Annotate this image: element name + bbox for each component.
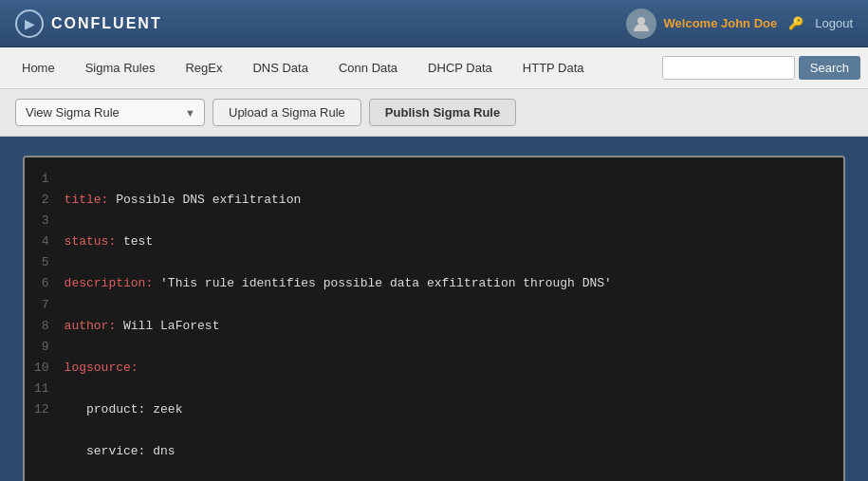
- code-editor[interactable]: title: Possible DNS exfiltration status:…: [57, 157, 843, 481]
- toolbar: View Sigma Rule ▼ Upload a Sigma Rule Pu…: [0, 89, 868, 137]
- nav-home[interactable]: Home: [8, 52, 69, 83]
- line-num: 3: [34, 211, 49, 231]
- header: ▶ CONFLUENT Welcome John Doe 🔑 Logout: [0, 0, 868, 47]
- code-area: 1 2 3 4 5 6 7 8 9 10 11 12 title: Possib…: [25, 157, 843, 481]
- code-line-4: author: Will LaForest: [65, 316, 832, 337]
- publish-sigma-rule-button[interactable]: Publish Sigma Rule: [369, 99, 516, 126]
- navbar: Home Sigma Rules RegEx DNS Data Conn Dat…: [0, 47, 868, 89]
- line-num: 8: [34, 316, 49, 337]
- logo-text: CONFLUENT: [51, 15, 162, 32]
- logout-button[interactable]: Logout: [815, 16, 853, 30]
- main-content: 1 2 3 4 5 6 7 8 9 10 11 12 title: Possib…: [0, 137, 868, 481]
- nav-dhcp-data[interactable]: DHCP Data: [414, 52, 507, 83]
- line-num: 11: [34, 379, 49, 399]
- line-num: 7: [34, 295, 49, 316]
- separator: 🔑: [788, 16, 803, 30]
- line-num: 9: [34, 337, 49, 358]
- code-line-7: service: dns: [65, 441, 832, 462]
- nav-sigma-rules[interactable]: Sigma Rules: [71, 52, 170, 83]
- code-line-3: description: 'This rule identifies possi…: [65, 273, 832, 294]
- view-select-wrapper: View Sigma Rule ▼: [15, 99, 205, 126]
- upload-sigma-rule-button[interactable]: Upload a Sigma Rule: [212, 99, 361, 126]
- user-area: Welcome John Doe 🔑 Logout: [626, 9, 853, 39]
- nav-conn-data[interactable]: Conn Data: [324, 52, 412, 83]
- search-area: Search: [662, 56, 860, 80]
- search-button[interactable]: Search: [799, 56, 860, 80]
- line-num: 6: [34, 273, 49, 294]
- nav-http-data[interactable]: HTTP Data: [508, 52, 599, 83]
- line-num: 10: [34, 358, 49, 379]
- line-numbers: 1 2 3 4 5 6 7 8 9 10 11 12: [25, 157, 57, 481]
- code-panel: 1 2 3 4 5 6 7 8 9 10 11 12 title: Possib…: [23, 156, 845, 481]
- code-line-1: title: Possible DNS exfiltration: [65, 190, 832, 211]
- username-label: John Doe: [721, 16, 777, 30]
- line-num: 5: [34, 252, 49, 273]
- logo-icon: ▶: [15, 9, 44, 38]
- nav-dns-data[interactable]: DNS Data: [238, 52, 323, 83]
- code-line-6: product: zeek: [65, 399, 832, 420]
- code-line-5: logsource:: [65, 358, 832, 379]
- line-num: 12: [34, 399, 49, 420]
- view-select[interactable]: View Sigma Rule: [15, 99, 205, 126]
- avatar: [626, 9, 656, 39]
- line-num: 4: [34, 231, 49, 252]
- nav-regex[interactable]: RegEx: [171, 52, 236, 83]
- svg-point-0: [637, 17, 645, 25]
- logo-area: ▶ CONFLUENT: [15, 9, 162, 38]
- code-line-2: status: test: [65, 231, 832, 252]
- line-num: 2: [34, 190, 49, 211]
- line-num: 1: [34, 169, 49, 190]
- welcome-label: Welcome John Doe: [664, 16, 778, 30]
- search-input[interactable]: [662, 56, 795, 80]
